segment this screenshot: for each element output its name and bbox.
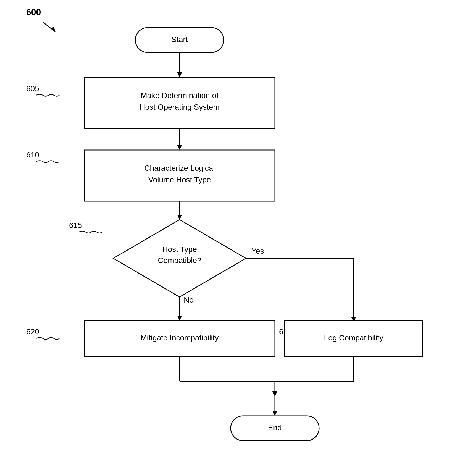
no-label: No (184, 296, 194, 304)
figure-ref: 600 (26, 7, 41, 17)
step-625-label: Log Compatibility (324, 333, 383, 342)
decision-615-line1: Host Type (162, 245, 197, 254)
step-610-line1: Characterize Logical (144, 164, 215, 172)
svg-marker-9 (177, 316, 182, 320)
ref-620: 620 (26, 327, 39, 336)
decision-615-line2: Compatible? (158, 256, 201, 265)
svg-marker-7 (177, 215, 182, 220)
ref-615: 615 (69, 221, 82, 230)
svg-marker-3 (177, 72, 182, 77)
step-605-line1: Make Determination of (141, 91, 219, 100)
flowchart-diagram: 600 Start 605 Make Determination of Host… (0, 0, 476, 460)
end-label: End (268, 423, 282, 432)
yes-label: Yes (251, 247, 264, 255)
step-620-label: Mitigate Incompatibility (140, 333, 219, 342)
svg-marker-5 (177, 145, 182, 150)
step-605-line2: Host Operating System (140, 103, 219, 111)
svg-marker-18 (272, 391, 277, 396)
svg-marker-1 (51, 26, 55, 32)
svg-marker-20 (272, 411, 277, 416)
start-label: Start (171, 35, 188, 44)
ref-605: 605 (26, 84, 39, 93)
ref-610: 610 (26, 151, 39, 159)
step-610-line2: Volume Host Type (148, 175, 211, 184)
